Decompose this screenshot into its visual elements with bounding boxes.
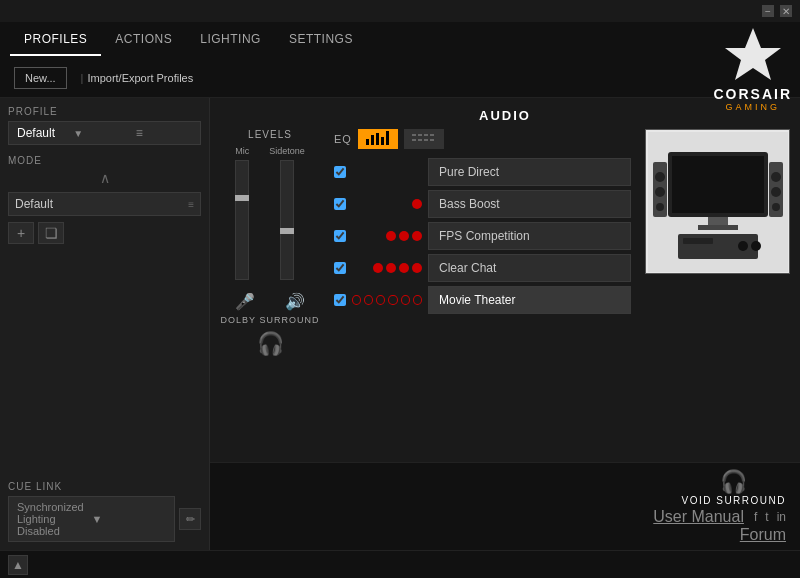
levels-title: LEVELS: [248, 129, 292, 140]
svg-point-26: [772, 203, 780, 211]
sliders-row: Mic Sidetone: [235, 146, 305, 280]
tab-actions[interactable]: ACTIONS: [101, 24, 186, 56]
sidetone-label: Sidetone: [269, 146, 305, 156]
mode-label: MODE: [8, 155, 201, 166]
profile-label: PROFILE: [8, 106, 201, 117]
tab-lighting[interactable]: LIGHTING: [186, 24, 275, 56]
dot: [386, 263, 396, 273]
preset-row-bass-boost: Bass Boost: [334, 189, 631, 219]
profile-chevron-icon: ▼: [73, 128, 129, 139]
header-separator: |: [81, 72, 84, 84]
user-manual-link[interactable]: User Manual: [653, 508, 744, 526]
svg-rect-28: [683, 238, 713, 244]
cue-edit-button[interactable]: ✏: [179, 508, 201, 530]
svg-rect-7: [418, 134, 422, 136]
theater-svg: [648, 132, 788, 272]
tab-profiles[interactable]: PROFILES: [10, 24, 101, 56]
top-section: CORSAIR GAMING PROFILES ACTIONS LIGHTING…: [0, 22, 800, 58]
eq-tab-graphical[interactable]: [358, 129, 398, 149]
forum-link[interactable]: Forum: [740, 526, 786, 544]
svg-rect-17: [708, 217, 728, 225]
import-export-link[interactable]: Import/Export Profiles: [87, 72, 193, 84]
preset-dots-bass-boost: [352, 199, 422, 209]
preset-checkbox-clear-chat[interactable]: [334, 262, 346, 274]
svg-rect-6: [412, 134, 416, 136]
svg-rect-5: [386, 131, 389, 145]
mic-label: Mic: [235, 146, 249, 156]
svg-point-20: [655, 172, 665, 182]
preset-btn-movie-theater[interactable]: Movie Theater: [428, 286, 631, 314]
sidetone-slider[interactable]: [280, 160, 294, 280]
svg-point-22: [656, 203, 664, 211]
svg-rect-1: [366, 139, 369, 145]
tab-settings[interactable]: SETTINGS: [275, 24, 367, 56]
dot-outline: [388, 295, 397, 305]
header-bar: New... | Import/Export Profiles: [0, 58, 800, 98]
preset-btn-bass-boost[interactable]: Bass Boost: [428, 190, 631, 218]
svg-rect-3: [376, 133, 379, 145]
close-button[interactable]: ✕: [780, 5, 792, 17]
sidetone-slider-col: Sidetone: [269, 146, 305, 280]
preset-checkbox-bass-boost[interactable]: [334, 198, 346, 210]
eq-section: EQ: [334, 129, 631, 357]
bottom-bar: ▲: [0, 550, 800, 578]
minimize-button[interactable]: −: [762, 5, 774, 17]
svg-rect-4: [381, 137, 384, 145]
preset-checkbox-fps[interactable]: [334, 230, 346, 242]
svg-rect-8: [424, 134, 428, 136]
social-icons: f t in: [754, 510, 786, 524]
levels-section: LEVELS Mic Sidetone 🎤 🔊: [220, 129, 320, 357]
mic-icon: 🎤: [235, 292, 255, 311]
mode-lines-icon: ≡: [188, 199, 194, 210]
eq-header: EQ: [334, 129, 631, 149]
mic-slider[interactable]: [235, 160, 249, 280]
sidebar-bottom: CUE LINK Synchronized Lighting Disabled …: [8, 481, 201, 542]
cue-link-label: CUE LINK: [8, 481, 201, 492]
mode-value: Default: [15, 197, 53, 211]
facebook-icon[interactable]: f: [754, 510, 757, 524]
instagram-icon[interactable]: in: [777, 510, 786, 524]
svg-point-25: [771, 187, 781, 197]
bottom-arrow-button[interactable]: ▲: [8, 555, 28, 575]
profile-select[interactable]: Default ▼ ≡: [8, 121, 201, 145]
preset-dots-clear-chat: [352, 263, 422, 273]
eq-tab-parametric[interactable]: [404, 129, 444, 149]
dot-outline: [376, 295, 385, 305]
preset-list: Pure Direct Bass Boost: [334, 157, 631, 315]
audio-title: AUDIO: [210, 98, 800, 129]
mic-slider-col: Mic: [235, 146, 249, 280]
preset-btn-clear-chat[interactable]: Clear Chat: [428, 254, 631, 282]
svg-rect-18: [698, 225, 738, 230]
void-device-name: VOID SURROUND: [681, 495, 786, 506]
preset-checkbox-movie-theater[interactable]: [334, 294, 346, 306]
slider-icons-row: 🎤 🔊: [220, 292, 320, 311]
preset-checkbox-pure-direct[interactable]: [334, 166, 346, 178]
nav-tabs: PROFILES ACTIONS LIGHTING SETTINGS: [0, 22, 800, 58]
mode-item[interactable]: Default ≡: [8, 192, 201, 216]
preset-btn-pure-direct[interactable]: Pure Direct: [428, 158, 631, 186]
new-button[interactable]: New...: [14, 67, 67, 89]
twitter-icon[interactable]: t: [765, 510, 768, 524]
void-device-icon: 🎧: [720, 469, 747, 495]
corsair-sub: GAMING: [725, 102, 780, 112]
copy-mode-button[interactable]: ❏: [38, 222, 64, 244]
preset-btn-fps[interactable]: FPS Competition: [428, 222, 631, 250]
cue-link-select[interactable]: Synchronized Lighting Disabled ▼: [8, 496, 175, 542]
content-spacer: [210, 367, 800, 462]
preset-dots-fps: [352, 231, 422, 241]
svg-point-29: [738, 241, 748, 251]
sidebar-actions: + ❏: [8, 222, 201, 244]
profile-value: Default: [17, 126, 73, 140]
cue-link-chevron-icon: ▼: [92, 513, 167, 525]
mode-up-button[interactable]: ∧: [100, 170, 110, 186]
add-mode-button[interactable]: +: [8, 222, 34, 244]
eq-bars-icon: [366, 131, 390, 145]
dolby-label: DOLBY SURROUND: [221, 315, 320, 325]
svg-rect-10: [412, 139, 416, 141]
main-content: PROFILE Default ▼ ≡ MODE ∧ Default ≡ + ❏…: [0, 98, 800, 550]
dolby-button[interactable]: 🎧: [257, 331, 284, 357]
svg-rect-13: [430, 139, 434, 141]
theater-image: [645, 129, 790, 274]
dot: [412, 263, 422, 273]
dot: [399, 231, 409, 241]
